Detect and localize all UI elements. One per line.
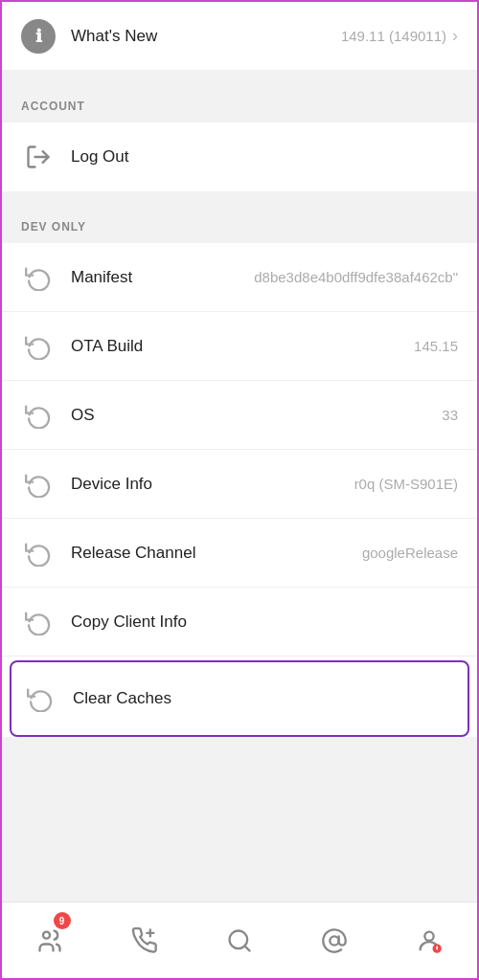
ota-build-item[interactable]: OTA Build 145.15 — [2, 312, 477, 381]
whats-new-label: What's New — [71, 27, 341, 46]
search-icon — [226, 927, 253, 954]
account-section: Log Out — [2, 122, 477, 191]
refresh-icon-ota — [21, 329, 56, 364]
copy-client-info-label: Copy Client Info — [71, 612, 458, 632]
mentions-icon — [321, 927, 348, 954]
device-info-item[interactable]: Device Info r0q (SM-S901E) — [2, 450, 477, 519]
profile-icon — [416, 927, 443, 954]
refresh-icon-device — [21, 467, 56, 501]
logout-icon — [21, 140, 56, 174]
nav-search[interactable] — [192, 902, 286, 978]
whats-new-version: 149.11 (149011) — [341, 28, 446, 44]
device-info-value: r0q (SM-S901E) — [354, 476, 458, 492]
svg-point-7 — [425, 931, 434, 940]
logout-item[interactable]: Log Out — [2, 122, 477, 191]
os-item[interactable]: OS 33 — [2, 381, 477, 450]
refresh-icon-os — [21, 398, 56, 433]
clear-caches-item[interactable]: Clear Caches — [10, 660, 469, 737]
dev-section-header-wrap: DEV ONLY — [2, 199, 477, 243]
account-section-header-wrap: ACCOUNT — [2, 78, 477, 122]
nav-profile[interactable] — [382, 902, 477, 978]
bottom-nav: 9 — [2, 902, 477, 978]
refresh-icon-copy — [21, 605, 56, 639]
release-channel-value: googleRelease — [362, 545, 458, 561]
refresh-icon-manifest — [21, 260, 56, 295]
dev-section-header: DEV ONLY — [2, 203, 477, 243]
friends-icon — [36, 927, 63, 954]
logout-label: Log Out — [71, 147, 458, 167]
nav-friends[interactable]: 9 — [2, 902, 97, 978]
manifest-value: d8be3d8e4b0dff9dfe38af462cb" — [254, 269, 458, 285]
calls-icon — [131, 927, 158, 954]
release-channel-item[interactable]: Release Channel googleRelease — [2, 519, 477, 588]
friends-badge: 9 — [54, 912, 71, 929]
svg-point-1 — [43, 931, 50, 938]
copy-client-info-item[interactable]: Copy Client Info — [2, 588, 477, 657]
device-info-label: Device Info — [71, 475, 347, 494]
os-value: 33 — [442, 407, 458, 423]
whats-new-section: ℹ What's New 149.11 (149011) › — [2, 2, 477, 71]
svg-line-5 — [244, 946, 249, 950]
os-label: OS — [71, 406, 434, 425]
ota-build-value: 145.15 — [414, 338, 458, 354]
clear-caches-label: Clear Caches — [73, 689, 456, 708]
nav-mentions[interactable] — [287, 902, 382, 978]
svg-point-10 — [437, 949, 438, 950]
ota-build-label: OTA Build — [71, 337, 406, 356]
whats-new-item[interactable]: ℹ What's New 149.11 (149011) › — [2, 2, 477, 71]
dev-section: Manifest d8be3d8e4b0dff9dfe38af462cb" OT… — [2, 243, 477, 737]
release-channel-label: Release Channel — [71, 544, 354, 563]
chevron-right-icon: › — [452, 26, 458, 46]
info-icon: ℹ — [21, 19, 56, 54]
manifest-item[interactable]: Manifest d8be3d8e4b0dff9dfe38af462cb" — [2, 243, 477, 312]
svg-point-6 — [331, 936, 339, 945]
refresh-icon-clear — [23, 681, 57, 716]
account-section-header: ACCOUNT — [2, 82, 477, 122]
nav-calls[interactable] — [97, 902, 192, 978]
manifest-label: Manifest — [71, 268, 246, 287]
refresh-icon-release — [21, 536, 56, 570]
